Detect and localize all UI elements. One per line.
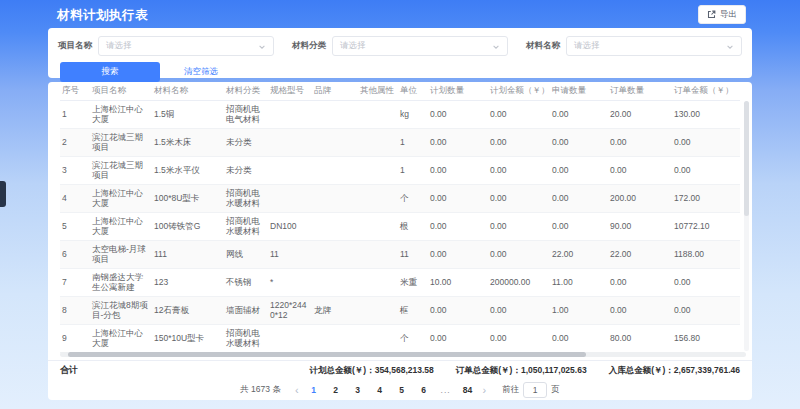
table-cell: 0.00: [488, 324, 550, 352]
goto-page-input[interactable]: [523, 382, 547, 398]
filter-select[interactable]: 请选择: [98, 36, 274, 56]
select-placeholder: 请选择: [106, 40, 132, 52]
table-cell: 2: [60, 128, 90, 156]
column-header: 申请数量: [550, 82, 608, 100]
table-cell: *: [268, 268, 312, 296]
table-cell: 1: [60, 100, 90, 128]
table-cell: 1220*2440*12: [268, 296, 312, 324]
table-cell: 上海松江中心大厦: [90, 184, 152, 212]
table-row: 6太空电梯-月球项目111网线11110.000.0022.0022.00118…: [60, 240, 740, 268]
table-cell: 网线: [224, 240, 268, 268]
table-cell: 0.00: [488, 212, 550, 240]
summary-item: 订单总金额(￥)：1,050,117,025.63: [456, 365, 587, 377]
horizontal-scrollbar-thumb[interactable]: [68, 352, 586, 357]
table-cell: 0.00: [488, 156, 550, 184]
table-cell: 22.00: [550, 240, 608, 268]
table-cell: 太空电梯-月球项目: [90, 240, 152, 268]
table-cell: 0.00: [428, 156, 488, 184]
summary-item: 入库总金额(￥)：2,657,339,761.46: [609, 365, 740, 377]
material-plan-table: 序号项目名称材料名称材料分类规格型号品牌其他属性单位计划数量计划金额（￥）申请数…: [60, 82, 740, 353]
vertical-scrollbar-thumb[interactable]: [744, 101, 749, 216]
table-cell: 0.00: [550, 324, 608, 352]
filter-select[interactable]: 请选择: [332, 36, 508, 56]
horizontal-scrollbar-track[interactable]: [60, 352, 746, 357]
summary-row: 合计 计划总金额(￥)：354,568,213.58订单总金额(￥)：1,050…: [48, 360, 752, 380]
goto-suffix: 页: [551, 384, 560, 396]
filter-select[interactable]: 请选择: [566, 36, 742, 56]
search-button[interactable]: 搜索: [60, 62, 160, 82]
vertical-scrollbar-track[interactable]: [744, 101, 749, 351]
filter-row: 项目名称 请选择 材料分类 请选择 材料名称 请选择: [58, 36, 742, 56]
table-cell: [358, 128, 398, 156]
summary-item-value: 1,050,117,025.63: [521, 365, 587, 375]
pagination-page-4[interactable]: 4: [373, 385, 387, 395]
table-cell: 0.00: [428, 240, 488, 268]
table-cell: 0.00: [488, 240, 550, 268]
pagination-page-6[interactable]: 6: [417, 385, 431, 395]
table-cell: [312, 128, 358, 156]
table-cell: 10.00: [428, 268, 488, 296]
table-cell: 1.5米木床: [152, 128, 224, 156]
pagination-ellipsis[interactable]: ...: [439, 385, 453, 395]
table-cell: 个: [398, 184, 428, 212]
goto-label: 前往: [502, 384, 519, 396]
table-cell: 11: [398, 240, 428, 268]
table-cell: 6: [60, 240, 90, 268]
table-cell: 0.00: [488, 184, 550, 212]
table-cell: 未分类: [224, 156, 268, 184]
table-cell: 90.00: [608, 212, 672, 240]
summary-item-value: 2,657,339,761.46: [674, 365, 740, 375]
table-cell: [268, 128, 312, 156]
pagination-next-icon[interactable]: ›: [481, 385, 489, 395]
table-cell: 0.00: [608, 156, 672, 184]
table-row: 8滨江花城8期项目-分包12石膏板墙面辅材1220*2440*12龙牌框0.00…: [60, 296, 740, 324]
table-cell: [358, 212, 398, 240]
summary-items: 计划总金额(￥)：354,568,213.58订单总金额(￥)：1,050,11…: [309, 365, 740, 377]
table-cell: 1.5铜: [152, 100, 224, 128]
column-header: 计划数量: [428, 82, 488, 100]
table-cell: 12石膏板: [152, 296, 224, 324]
summary-item-label: 入库总金额(￥)：: [609, 365, 674, 375]
pagination-page-3[interactable]: 3: [351, 385, 365, 395]
page-header: 材料计划执行表 导出: [48, 0, 752, 28]
table-cell: 0.00: [672, 268, 740, 296]
pagination-prev-icon[interactable]: ‹: [293, 385, 301, 395]
table-cell: 上海松江中心大厦: [90, 100, 152, 128]
sidebar-collapse-handle[interactable]: [0, 181, 6, 207]
pagination-page-2[interactable]: 2: [329, 385, 343, 395]
pagination-page-5[interactable]: 5: [395, 385, 409, 395]
table-cell: 0.00: [550, 128, 608, 156]
table-cell: 0.00: [488, 296, 550, 324]
pagination-page-84[interactable]: 84: [461, 385, 475, 395]
summary-item: 计划总金额(￥)：354,568,213.58: [309, 365, 433, 377]
table-cell: 南钢盛达大学生公寓新建: [90, 268, 152, 296]
table-cell: 200.00: [608, 184, 672, 212]
table-cell: 0.00: [550, 100, 608, 128]
summary-total-label: 合计: [60, 364, 78, 377]
export-button[interactable]: 导出: [698, 5, 746, 24]
pagination-goto: 前往 页: [502, 382, 560, 398]
select-placeholder: 请选择: [574, 40, 600, 52]
table-cell: 0.00: [488, 128, 550, 156]
column-header: 序号: [60, 82, 90, 100]
table-cell: 22.00: [608, 240, 672, 268]
table-cell: 0.00: [608, 128, 672, 156]
table-cell: 1188.00: [672, 240, 740, 268]
table-cell: 0.00: [428, 100, 488, 128]
clear-filters-link[interactable]: 清空筛选: [184, 66, 218, 78]
table-cell: [312, 268, 358, 296]
table-cell: kg: [398, 100, 428, 128]
table-row: 7南钢盛达大学生公寓新建123不锈钢*米重10.00200000.0011.00…: [60, 268, 740, 296]
table-cell: 招商机电 水暖材料: [224, 184, 268, 212]
filter-label: 项目名称: [58, 40, 92, 52]
export-icon: [707, 10, 716, 19]
column-header: 计划金额（￥）: [488, 82, 550, 100]
table-cell: [268, 184, 312, 212]
pagination-page-1[interactable]: 1: [307, 385, 321, 395]
table-cell: [358, 268, 398, 296]
column-header: 订单金额（￥）: [672, 82, 740, 100]
table-cell: [312, 212, 358, 240]
table-cell: 150*10U型卡: [152, 324, 224, 352]
summary-item-label: 订单总金额(￥)：: [456, 365, 521, 375]
filter-label: 材料分类: [292, 40, 326, 52]
